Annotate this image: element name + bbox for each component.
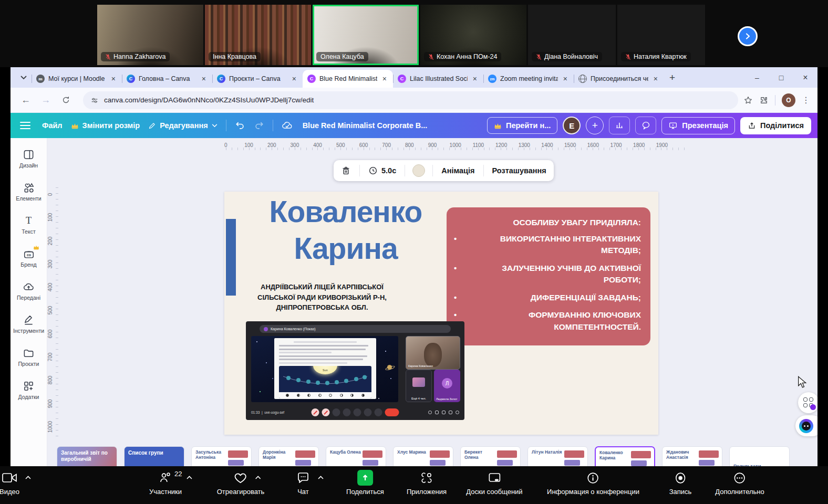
tab-close-icon[interactable]: × [381,75,388,83]
next-participants-button[interactable] [738,26,758,46]
embed-right-icons [428,411,459,414]
participant-tile[interactable]: Наталия Квартюк [617,5,705,65]
extensions-icon[interactable] [759,96,769,105]
comments-button[interactable] [635,117,656,134]
bookmark-star-icon[interactable] [743,96,753,105]
tab-close-icon[interactable]: × [471,75,479,83]
background-color-swatch[interactable] [412,164,425,177]
canva-apps-button[interactable] [798,392,817,413]
profile-avatar[interactable]: O [782,93,795,107]
slide-thumbnail[interactable]: Хлус Марина [393,446,453,466]
window-close-button[interactable]: × [793,67,817,88]
slide-thumbnail[interactable]: Літун Наталія [527,446,588,466]
slide-canvas[interactable]: Коваленко Карина АНДРІЇВСЬКИЙ ЛІЦЕЙ КАРП… [224,192,658,435]
slide-thumbnail[interactable]: Доронкіна Марія [258,446,319,466]
present-button[interactable]: Презентація [661,117,735,134]
reactions-button[interactable]: Отреагировать [217,470,265,496]
canva-assistant-button[interactable] [795,415,817,436]
chevron-up-icon[interactable] [317,475,324,480]
tab-search-button[interactable] [16,70,32,86]
editing-mode-button[interactable]: Редагування [144,117,222,134]
more-button[interactable]: Дополнительно [715,470,764,496]
browser-tab[interactable]: Lilac Illustrated Socia × [393,70,483,88]
tab-close-icon[interactable]: × [200,75,208,83]
slide-accent-bar[interactable] [226,219,236,296]
slide-thumbnail[interactable]: Результати [729,446,790,466]
reload-button[interactable] [58,92,74,108]
sidebar-item-elements[interactable]: Елементи [11,177,47,211]
participant-tile[interactable]: Олена Кацуба [313,5,419,65]
sidebar-item-text[interactable]: T Текст [11,211,47,244]
window-minimize-button[interactable]: – [745,67,769,88]
sidebar-item-tools[interactable]: Інструменти [11,310,47,343]
slide-callout-box[interactable]: ОСОБЛИВУ УВАГУ ПРИДІЛЯЛА: ВИКОРИСТАННЮ І… [447,207,650,345]
crown-icon [33,245,39,250]
site-settings-icon[interactable] [90,96,99,104]
tab-close-icon[interactable]: × [291,75,298,83]
browser-tab[interactable]: Мої курси | Moodle × [32,70,122,88]
delete-button[interactable] [338,165,354,176]
insights-button[interactable] [609,117,630,134]
slide-thumbnail[interactable]: Жданович Анастасія [662,446,722,466]
slide-thumbnail[interactable]: Коваленко Карина [595,446,655,466]
video-toggle[interactable]: Видео [0,470,19,496]
participants-button[interactable]: 22 Участники [149,470,182,496]
invite-member-button[interactable]: + [586,117,604,134]
participant-tile[interactable]: Діана Войналовіч [528,5,616,65]
sidebar-item-uploads[interactable]: Передані [11,277,47,310]
position-button[interactable]: Розташування [489,166,550,175]
redo-button[interactable] [250,116,268,135]
slide-thumbnail[interactable]: Засульська Антоніна [191,446,252,466]
undo-button[interactable] [231,116,250,135]
browser-tab[interactable]: Присоединиться че × [574,70,664,88]
slide-thumbnail[interactable]: Кацуба Олена [326,446,386,466]
browser-tab[interactable]: Zoom meeting invita × [483,70,574,88]
sidebar-item-design[interactable]: Дизайн [11,144,47,177]
tab-close-icon[interactable]: × [110,75,117,83]
menu-icon[interactable] [20,122,30,129]
embed-video-tile: Карина Коваленко [406,336,460,370]
browser-tab[interactable]: Blue Red Minimalist C × [303,70,393,88]
tab-close-icon[interactable]: × [562,75,569,83]
slide-thumbnail[interactable]: Загальний звіт по виробничій [57,446,117,466]
chat-button[interactable]: Чат [296,470,310,496]
chevron-up-icon[interactable] [255,475,262,480]
chevron-up-icon[interactable] [186,475,193,480]
design-title[interactable]: Blue Red Minimalist Corporate B... [303,121,428,130]
embed-hand-button [364,408,372,416]
tab-close-icon[interactable]: × [652,75,659,83]
upgrade-button[interactable]: Перейти н... [487,117,557,134]
record-button[interactable]: Запись [669,470,692,496]
address-bar[interactable]: canva.com/design/DAG6w0nNNco/0KZz4SIsUu0… [83,91,738,109]
participant-tile[interactable]: Інна Кравцова [205,5,311,65]
slide-title[interactable]: Коваленко Карина [239,194,452,267]
embedded-meeting-screenshot[interactable]: Карина Коваленко (Показ) [246,321,464,420]
file-menu-button[interactable]: Файл [38,117,67,134]
animate-button[interactable]: Анімація [438,166,478,175]
browser-tab[interactable]: Головна – Canva × [122,70,212,88]
window-maximize-button[interactable]: □ [769,67,793,88]
sidebar-item-brand[interactable]: co Бренд [11,244,47,277]
participant-tile[interactable]: Кохан Анна ПОм-24 [420,5,526,65]
browser-menu-icon[interactable]: ⋮ [802,95,810,105]
user-avatar[interactable]: E [563,117,581,134]
resize-button[interactable]: Змінити розмір [67,117,144,134]
slide-subtitle[interactable]: АНДРІЇВСЬКИЙ ЛІЦЕЙ КАРПІВСЬКОЇ СІЛЬСЬКОЇ… [251,282,394,313]
slide-thumbnail[interactable]: Список групи [124,446,184,466]
apps-button[interactable]: Приложения [407,470,447,496]
back-button[interactable]: ← [18,92,34,108]
new-tab-button[interactable]: + [669,72,675,83]
share-button[interactable]: Поділитися [740,117,811,134]
sidebar-item-apps[interactable]: Додатки [11,376,47,409]
whiteboards-button[interactable]: Доски сообщений [466,470,522,496]
slide-thumbnail[interactable]: Берекет Олена [460,446,521,466]
forward-button[interactable]: → [38,92,54,108]
participant-tile[interactable]: Hanna Zakharova [97,5,203,65]
text-icon: T [23,215,35,227]
browser-tab[interactable]: Проєкти – Canva × [212,70,303,88]
duration-button[interactable]: 5.0с [365,166,399,175]
meeting-info-button[interactable]: Информация о конференции [547,470,639,496]
chevron-up-icon[interactable] [25,475,32,480]
share-screen-button[interactable]: Поделиться [346,470,384,496]
sidebar-item-projects[interactable]: Проєкти [11,343,47,376]
